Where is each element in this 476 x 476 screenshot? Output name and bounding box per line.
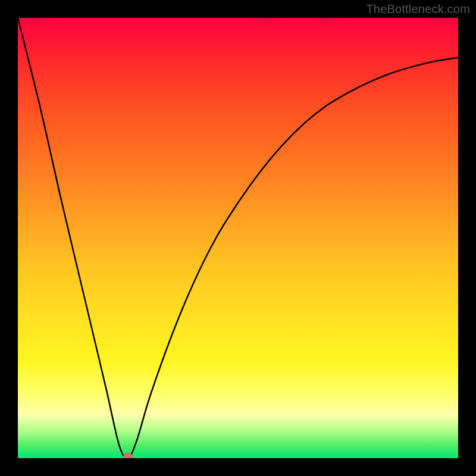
curve-layer: [18, 18, 458, 458]
plot-area: [18, 18, 458, 458]
attribution-text: TheBottleneck.com: [366, 2, 470, 16]
bottleneck-curve: [18, 18, 458, 458]
chart-frame: TheBottleneck.com: [0, 0, 476, 476]
